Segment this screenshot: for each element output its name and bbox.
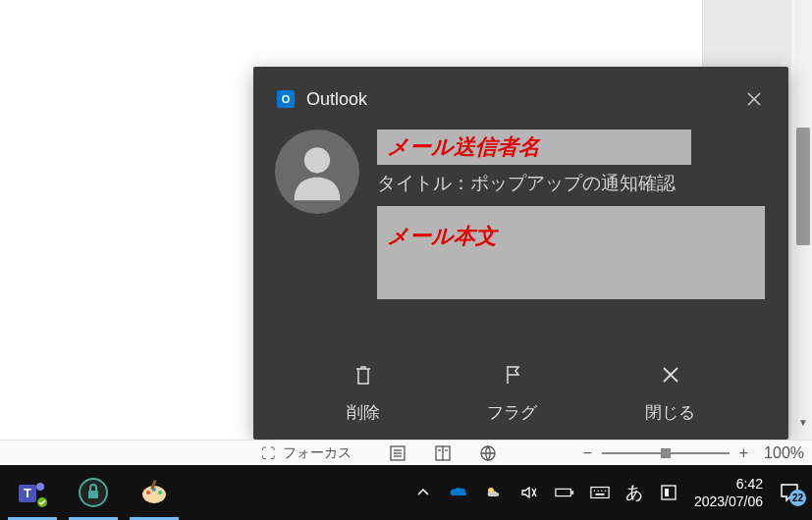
tray-expand-icon[interactable] (413, 483, 433, 502)
zoom-controls: − + 100% (582, 444, 804, 462)
svg-rect-31 (665, 489, 669, 496)
svg-point-28 (605, 490, 606, 491)
notification-body: メール送信者名 タイトル：ポップアップの通知確認 メール本文 (253, 124, 788, 299)
svg-point-26 (597, 490, 598, 491)
volume-icon[interactable] (519, 483, 539, 502)
sender-area: メール送信者名 タイトル：ポップアップの通知確認 メール本文 (377, 130, 767, 299)
notification-actions: 削除 フラグ 閉じる (253, 364, 788, 424)
svg-text:T: T (24, 486, 31, 500)
status-left: ⛶ フォーカス (261, 444, 497, 462)
web-layout-icon[interactable] (479, 444, 497, 462)
zoom-percent[interactable]: 100% (764, 444, 804, 462)
trash-icon (352, 364, 374, 386)
scrollbar-track[interactable]: ▼ (794, 0, 812, 440)
status-bar: ⛶ フォーカス − + 100% (0, 440, 812, 465)
system-tray: あ 6:42 2023/07/06 22 (413, 475, 800, 510)
avatar (275, 130, 359, 214)
sender-name-redacted: メール送信者名 (377, 130, 691, 165)
focus-label[interactable]: フォーカス (283, 444, 352, 462)
svg-rect-29 (595, 494, 604, 495)
svg-rect-24 (591, 488, 609, 498)
taskbar-apps: T (12, 472, 175, 513)
close-button[interactable]: 閉じる (645, 364, 695, 424)
ime-mode-icon[interactable] (659, 483, 678, 502)
svg-point-0 (304, 147, 330, 173)
svg-rect-15 (88, 491, 98, 498)
keyboard-icon[interactable] (590, 483, 610, 502)
clock-date: 2023/07/06 (694, 493, 763, 510)
notification-app-name: Outlook (306, 89, 367, 110)
svg-rect-23 (571, 491, 573, 494)
svg-rect-22 (556, 489, 570, 495)
scrollbar-thumb[interactable] (796, 128, 810, 245)
close-icon[interactable] (739, 84, 769, 114)
outlook-notification: O Outlook メール送信者名 タイトル：ポップアップの通知確認 メール本文… (253, 67, 788, 440)
zoom-in-button[interactable]: + (739, 444, 748, 462)
action-center-icon[interactable]: 22 (779, 482, 800, 503)
email-subject: タイトル：ポップアップの通知確認 (377, 171, 767, 196)
battery-icon[interactable] (555, 483, 574, 502)
notification-count-badge: 22 (789, 490, 806, 506)
security-app-icon[interactable] (73, 472, 114, 513)
flag-icon (502, 364, 523, 386)
focus-icon[interactable]: ⛶ (261, 445, 275, 461)
outlook-icon: O (277, 90, 295, 108)
notification-header: O Outlook (253, 67, 788, 124)
weather-icon[interactable] (484, 483, 504, 502)
zoom-slider-thumb[interactable] (661, 448, 671, 458)
close-label: 閉じる (645, 401, 695, 424)
zoom-slider[interactable] (602, 452, 730, 454)
print-layout-icon[interactable] (389, 444, 406, 462)
delete-button[interactable]: 削除 (347, 364, 380, 424)
clock-time: 6:42 (694, 475, 763, 493)
teams-icon[interactable]: T (12, 472, 53, 513)
delete-label: 削除 (347, 401, 380, 424)
email-body-label: メール本文 (387, 224, 497, 248)
paint-icon[interactable] (134, 472, 175, 513)
svg-point-12 (36, 483, 44, 491)
svg-point-17 (146, 491, 150, 494)
svg-point-19 (158, 491, 162, 494)
ime-indicator[interactable]: あ (625, 481, 643, 504)
zoom-out-button[interactable]: − (582, 444, 591, 462)
flag-button[interactable]: フラグ (487, 364, 537, 424)
view-mode-group (389, 444, 497, 462)
scrollbar-down-arrow[interactable]: ▼ (794, 417, 812, 432)
svg-point-27 (601, 490, 602, 491)
close-action-icon (660, 364, 681, 386)
email-body-redacted: メール本文 (377, 206, 765, 299)
taskbar: T あ (0, 465, 812, 520)
svg-point-25 (594, 490, 595, 491)
onedrive-icon[interactable] (449, 483, 468, 502)
flag-label: フラグ (487, 401, 537, 424)
clock[interactable]: 6:42 2023/07/06 (694, 475, 763, 510)
sender-name-label: メール送信者名 (387, 132, 540, 162)
read-mode-icon[interactable] (434, 444, 452, 462)
